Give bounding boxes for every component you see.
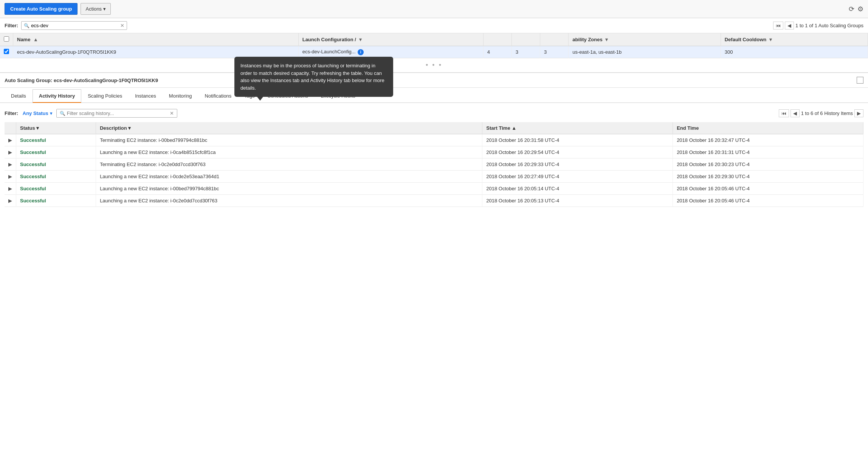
main-table-container: Name ▲ Launch Configuration / ▾ ability … bbox=[0, 33, 868, 58]
end-time-cell: 2018 October 16 20:05:46 UTC-4 bbox=[673, 183, 863, 195]
history-table: Status ▾ Description ▾ Start Time ▲ End … bbox=[5, 122, 863, 207]
expand-cell[interactable]: ▶ bbox=[5, 146, 16, 158]
first-page-button[interactable]: ⏮ bbox=[773, 22, 783, 30]
settings-icon[interactable]: ⚙ bbox=[857, 5, 863, 13]
history-table-row[interactable]: ▶ Successful Launching a new EC2 instanc… bbox=[5, 183, 863, 195]
tab-notifications[interactable]: Notifications bbox=[198, 89, 238, 103]
cooldown-sort-icon[interactable]: ▾ bbox=[769, 37, 772, 42]
actions-label: Actions bbox=[85, 6, 102, 12]
end-time-cell: 2018 October 16 20:32:47 UTC-4 bbox=[673, 134, 863, 146]
history-prev-page-button[interactable]: ◀ bbox=[790, 109, 800, 117]
filter-label: Filter: bbox=[5, 23, 18, 28]
tab-instances[interactable]: Instances bbox=[129, 89, 163, 103]
filter-bar: Filter: 🔍 ✕ ⏮ ◀ 1 to 1 of 1 Auto Scaling… bbox=[0, 18, 868, 33]
col-name: Name ▲ bbox=[13, 33, 299, 46]
history-section: Filter: Any Status ▾ 🔍 ✕ ⏮ ◀ 1 to 6 of 6… bbox=[0, 103, 868, 207]
history-col-expand bbox=[5, 122, 16, 134]
col-5 bbox=[540, 33, 569, 46]
history-table-row[interactable]: ▶ Successful Launching a new EC2 instanc… bbox=[5, 195, 863, 207]
expand-cell[interactable]: ▶ bbox=[5, 183, 16, 195]
section-icon[interactable] bbox=[857, 77, 863, 84]
status-filter-arrow-icon: ▾ bbox=[50, 110, 53, 116]
tooltip-text: Instances may be in the process of launc… bbox=[240, 63, 384, 91]
status-cell: Successful bbox=[16, 171, 96, 183]
row-availability-zones: us-east-1a, us-east-1b bbox=[569, 46, 721, 58]
start-sort-icon[interactable]: ▲ bbox=[512, 125, 516, 131]
expand-arrow-icon[interactable]: ▶ bbox=[8, 137, 12, 143]
history-table-row[interactable]: ▶ Successful Terminating EC2 instance: i… bbox=[5, 134, 863, 146]
name-sort-icon[interactable]: ▲ bbox=[33, 37, 38, 42]
header-checkbox[interactable] bbox=[4, 36, 9, 42]
status-cell: Successful bbox=[16, 183, 96, 195]
section-title-bar: Auto Scaling Group: ecs-dev-AutoScalingG… bbox=[0, 72, 868, 88]
status-text: Successful bbox=[20, 162, 46, 167]
expand-arrow-icon[interactable]: ▶ bbox=[8, 198, 12, 204]
history-filter-bar: Filter: Any Status ▾ 🔍 ✕ ⏮ ◀ 1 to 6 of 6… bbox=[5, 109, 863, 118]
drag-divider[interactable]: • • • bbox=[0, 58, 868, 72]
row-launch-config: ecs-dev-LaunchConfig... i bbox=[298, 46, 483, 58]
status-text: Successful bbox=[20, 174, 46, 179]
clear-filter-icon[interactable]: ✕ bbox=[120, 23, 124, 28]
filter-input[interactable] bbox=[31, 23, 119, 28]
expand-arrow-icon[interactable]: ▶ bbox=[8, 149, 12, 155]
table-row[interactable]: ecs-dev-AutoScalingGroup-1F0QTRO5I1KK9 e… bbox=[0, 46, 868, 58]
start-time-cell: 2018 October 16 20:29:54 UTC-4 bbox=[482, 146, 673, 158]
expand-arrow-icon[interactable]: ▶ bbox=[8, 162, 12, 167]
history-col-status: Status ▾ bbox=[16, 122, 96, 134]
end-time-cell: 2018 October 16 20:29:30 UTC-4 bbox=[673, 171, 863, 183]
expand-arrow-icon[interactable]: ▶ bbox=[8, 174, 12, 179]
history-next-page-button[interactable]: ▶ bbox=[854, 109, 863, 117]
history-search-wrap: 🔍 ✕ bbox=[56, 109, 177, 118]
auto-scaling-table: Name ▲ Launch Configuration / ▾ ability … bbox=[0, 33, 868, 58]
status-text: Successful bbox=[20, 198, 46, 204]
status-text: Successful bbox=[20, 149, 46, 155]
row-checkbox[interactable] bbox=[4, 49, 9, 54]
desc-sort-icon[interactable]: ▾ bbox=[128, 125, 131, 131]
toolbar: Create Auto Scaling group Actions ▾ ⟳ ⚙ bbox=[0, 0, 868, 18]
description-cell: Launching a new EC2 instance: i-0ca4b851… bbox=[96, 146, 482, 158]
expand-cell[interactable]: ▶ bbox=[5, 195, 16, 207]
description-cell: Launching a new EC2 instance: i-0c2e0dd7… bbox=[96, 195, 482, 207]
filter-input-wrap: 🔍 ✕ bbox=[21, 21, 127, 30]
expand-arrow-icon[interactable]: ▶ bbox=[8, 186, 12, 191]
tab-monitoring[interactable]: Monitoring bbox=[163, 89, 198, 103]
tab-scaling-policies[interactable]: Scaling Policies bbox=[81, 89, 129, 103]
end-time-cell: 2018 October 16 20:31:31 UTC-4 bbox=[673, 146, 863, 158]
history-table-row[interactable]: ▶ Successful Terminating EC2 instance: i… bbox=[5, 158, 863, 171]
history-col-start-time: Start Time ▲ bbox=[482, 122, 673, 134]
info-icon[interactable]: i bbox=[358, 49, 364, 55]
history-search-input[interactable] bbox=[67, 110, 168, 116]
start-time-cell: 2018 October 16 20:05:13 UTC-4 bbox=[482, 195, 673, 207]
header-checkbox-cell bbox=[0, 33, 13, 46]
history-table-row[interactable]: ▶ Successful Launching a new EC2 instanc… bbox=[5, 171, 863, 183]
expand-cell[interactable]: ▶ bbox=[5, 158, 16, 171]
start-time-cell: 2018 October 16 20:29:33 UTC-4 bbox=[482, 158, 673, 171]
description-cell: Terminating EC2 instance: i-00bed799794c… bbox=[96, 134, 482, 146]
status-filter-value: Any Status bbox=[23, 110, 48, 116]
launch-config-sort-icon[interactable]: ▾ bbox=[359, 37, 362, 42]
col-4 bbox=[512, 33, 540, 46]
refresh-icon[interactable]: ⟳ bbox=[849, 5, 854, 13]
tab-details[interactable]: Details bbox=[5, 89, 33, 103]
history-col-description: Description ▾ bbox=[96, 122, 482, 134]
history-col-end-time: End Time bbox=[673, 122, 863, 134]
expand-cell[interactable]: ▶ bbox=[5, 171, 16, 183]
history-clear-icon[interactable]: ✕ bbox=[170, 110, 174, 116]
create-auto-scaling-button[interactable]: Create Auto Scaling group bbox=[5, 3, 78, 15]
row-name: ecs-dev-AutoScalingGroup-1F0QTRO5I1KK9 bbox=[13, 46, 299, 58]
actions-button[interactable]: Actions ▾ bbox=[81, 3, 111, 15]
status-sort-icon[interactable]: ▾ bbox=[36, 125, 39, 131]
history-pagination: ⏮ ◀ 1 to 6 of 6 History Items ▶ bbox=[779, 109, 863, 117]
page-info-text: 1 to 1 of 1 Auto Scaling Groups bbox=[795, 23, 863, 28]
actions-arrow-icon: ▾ bbox=[103, 6, 106, 12]
history-table-row[interactable]: ▶ Successful Launching a new EC2 instanc… bbox=[5, 146, 863, 158]
start-time-cell: 2018 October 16 20:27:49 UTC-4 bbox=[482, 171, 673, 183]
az-sort-icon[interactable]: ▾ bbox=[605, 37, 608, 42]
expand-cell[interactable]: ▶ bbox=[5, 134, 16, 146]
row-col5: 3 bbox=[540, 46, 569, 58]
tab-activity-history[interactable]: Activity History bbox=[33, 89, 81, 103]
prev-page-button[interactable]: ◀ bbox=[785, 22, 794, 30]
row-checkbox-cell bbox=[0, 46, 13, 58]
status-filter-dropdown[interactable]: Filter: Any Status ▾ bbox=[5, 110, 53, 116]
history-first-page-button[interactable]: ⏮ bbox=[779, 109, 789, 117]
